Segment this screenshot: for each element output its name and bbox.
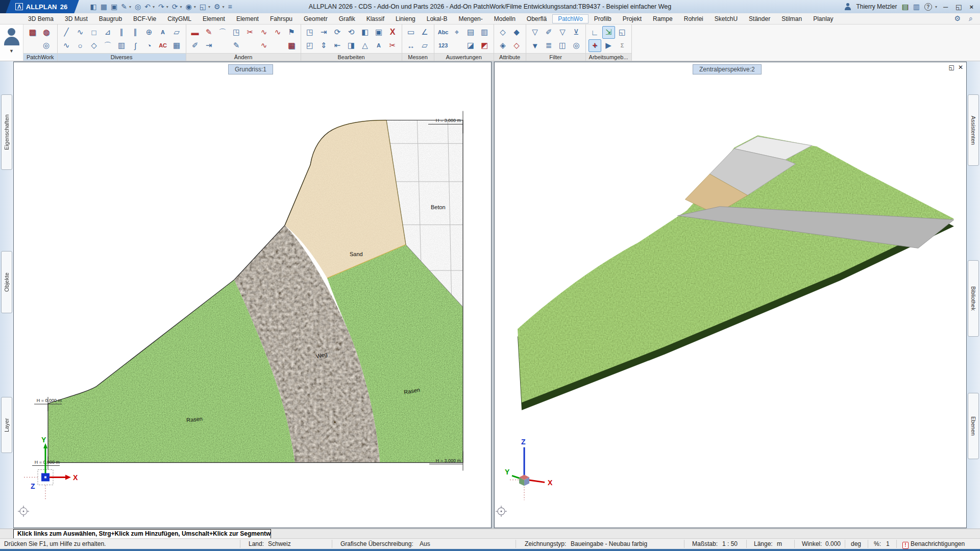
panel-tab-eigenschaften[interactable]: Eigenschaften: [1, 94, 12, 170]
menu-fahrspu[interactable]: Fahrspu: [264, 14, 298, 23]
edit-note-icon[interactable]: ✎: [230, 39, 243, 52]
copy-edit-icon[interactable]: ◳: [230, 26, 243, 39]
filter-search-icon[interactable]: ◎: [570, 39, 583, 52]
circle-point-icon[interactable]: ⊕: [143, 26, 156, 39]
copy-icon[interactable]: ◳: [304, 26, 316, 39]
perspective-terrain[interactable]: [518, 135, 954, 410]
avatar-dropdown-icon[interactable]: ▼: [9, 48, 14, 54]
menu-3d-bema[interactable]: 3D Bema: [22, 14, 59, 23]
curve-icon[interactable]: ∿: [74, 26, 87, 39]
chart-icon[interactable]: ▥: [478, 26, 491, 39]
menu-element[interactable]: Element: [197, 14, 231, 23]
viewport-plan[interactable]: Grundriss:1: [13, 62, 492, 528]
status-angle-value[interactable]: 0.000: [825, 540, 841, 547]
report-edit-icon[interactable]: ◩: [478, 39, 491, 52]
move-height-icon[interactable]: ⇕: [317, 39, 330, 52]
filter-down-icon[interactable]: ▼: [529, 39, 542, 52]
measure-area-icon[interactable]: ▱: [419, 39, 431, 52]
center-label-icon[interactable]: ⌖: [451, 26, 463, 39]
freehand-icon[interactable]: ∿: [60, 39, 73, 52]
flag-icon[interactable]: ⚑: [285, 26, 298, 39]
filter-elements-icon[interactable]: ▽: [529, 26, 542, 39]
viewport-restore-icon[interactable]: ◱: [949, 64, 954, 71]
menu-mengen[interactable]: Mengen-: [453, 14, 488, 23]
windows-icon-dropdown[interactable]: ▾: [208, 5, 210, 9]
user-avatar[interactable]: [844, 3, 851, 10]
parallel-lines-icon[interactable]: ∥: [115, 26, 128, 39]
project-navigator-icon[interactable]: ◧: [90, 1, 96, 12]
status-angle-unit[interactable]: deg: [851, 540, 861, 547]
find-icon[interactable]: ◎: [135, 1, 141, 12]
view-icon[interactable]: ◉: [185, 1, 191, 12]
solid-edit-icon[interactable]: ◨: [345, 39, 358, 52]
viewport-close-icon[interactable]: ✕: [958, 64, 963, 71]
building-palette-icon[interactable]: ▦: [285, 39, 298, 52]
actionbar-avatar[interactable]: ▼: [0, 24, 23, 61]
filter-region-icon[interactable]: ◫: [556, 39, 569, 52]
rotate-free-icon[interactable]: △: [359, 39, 372, 52]
attribute-modify-icon[interactable]: ◆: [510, 26, 523, 39]
menu-bcf-vie[interactable]: BCF-Vie: [128, 14, 162, 23]
polygon-icon[interactable]: ◇: [88, 39, 101, 52]
delete-icon[interactable]: X: [386, 26, 399, 39]
pattern-icon[interactable]: ▦: [170, 39, 183, 52]
adjust-wave-icon[interactable]: ∿: [258, 39, 271, 52]
perspective-drawing-canvas[interactable]: Z X Y: [495, 62, 966, 528]
filter-architecture-icon[interactable]: ▽: [556, 26, 569, 39]
user-name[interactable]: Thierry Metzler: [856, 3, 897, 10]
allplan-connect-icon[interactable]: ▤: [901, 3, 908, 11]
text-size-icon[interactable]: A: [373, 39, 385, 52]
windows-icon[interactable]: ◱: [200, 1, 206, 12]
menu-patchwo[interactable]: PatchWo: [552, 14, 588, 23]
menu-stilman[interactable]: Stilman: [776, 14, 807, 23]
cut-segment-icon[interactable]: ✂: [386, 39, 399, 52]
patchwork-globe-section-icon[interactable]: ◎: [40, 39, 53, 52]
duplicate-icon[interactable]: ◰: [304, 39, 316, 52]
edit-icon-dropdown[interactable]: ▾: [129, 5, 131, 9]
rotate-workplane-icon[interactable]: ∟: [589, 26, 601, 39]
page-view-icon[interactable]: ◱: [616, 26, 629, 39]
report-icon[interactable]: ▤: [464, 26, 477, 39]
edit-icon[interactable]: ✎: [121, 1, 127, 12]
menu-projekt[interactable]: Projekt: [617, 14, 647, 23]
menu-st-nder[interactable]: Ständer: [743, 14, 776, 23]
menu-rohrlei[interactable]: Rohrlei: [678, 14, 709, 23]
rotate-icon[interactable]: ⟳: [331, 26, 344, 39]
status-drawtype-value[interactable]: Baueingabe - Neubau farbig: [571, 540, 647, 547]
repeat-icon[interactable]: ⟳: [172, 1, 178, 12]
label-text-icon[interactable]: Abc: [437, 26, 450, 39]
trim-icon[interactable]: ✂: [244, 26, 257, 39]
menu-rampe[interactable]: Rampe: [647, 14, 678, 23]
menu-sketchu[interactable]: SketchU: [709, 14, 743, 23]
panel-tab-objekte[interactable]: Objekte: [1, 251, 12, 313]
mirror-icon[interactable]: ◧: [359, 26, 372, 39]
minimize-button[interactable]: ─: [942, 3, 949, 11]
line-icon[interactable]: ╱: [60, 26, 73, 39]
angle-icon[interactable]: ⊿: [102, 26, 114, 39]
hatching-icon[interactable]: ▥: [115, 39, 128, 52]
selection-cursor-icon[interactable]: ▶: [602, 39, 615, 52]
menu-lokal-b[interactable]: Lokal-B: [421, 14, 453, 23]
filter-pipette-icon[interactable]: ✐: [543, 26, 555, 39]
tools-icon[interactable]: ⚙: [214, 1, 220, 12]
zoom-section-icon[interactable]: ⇲: [602, 26, 615, 39]
menu-modelln[interactable]: Modelln: [488, 14, 521, 23]
undo-icon-dropdown[interactable]: ▾: [153, 5, 155, 9]
undo-icon[interactable]: ↶: [144, 1, 151, 12]
redo-icon-dropdown[interactable]: ▾: [166, 5, 168, 9]
search-icon[interactable]: ⌕: [969, 14, 973, 23]
number-label-icon[interactable]: 123: [437, 39, 450, 52]
sum-icon[interactable]: Σ: [616, 39, 629, 52]
task-board-icon[interactable]: ▦: [101, 1, 107, 12]
format-brush-icon[interactable]: ✐: [189, 39, 202, 52]
menu-oberfl[interactable]: Oberflä: [521, 14, 552, 23]
status-percent-value[interactable]: 1: [886, 540, 890, 547]
plan-terrain[interactable]: [48, 113, 473, 463]
shop-cart-icon[interactable]: ▥: [913, 3, 920, 11]
move-icon[interactable]: ⇥: [317, 26, 330, 39]
menu-klassif[interactable]: Klassif: [361, 14, 390, 23]
maximize-button[interactable]: ◱: [954, 3, 963, 11]
text-icon[interactable]: A: [157, 26, 169, 39]
tools-icon-dropdown[interactable]: ▾: [222, 5, 224, 9]
measure-distance-icon[interactable]: ↔: [405, 39, 418, 52]
